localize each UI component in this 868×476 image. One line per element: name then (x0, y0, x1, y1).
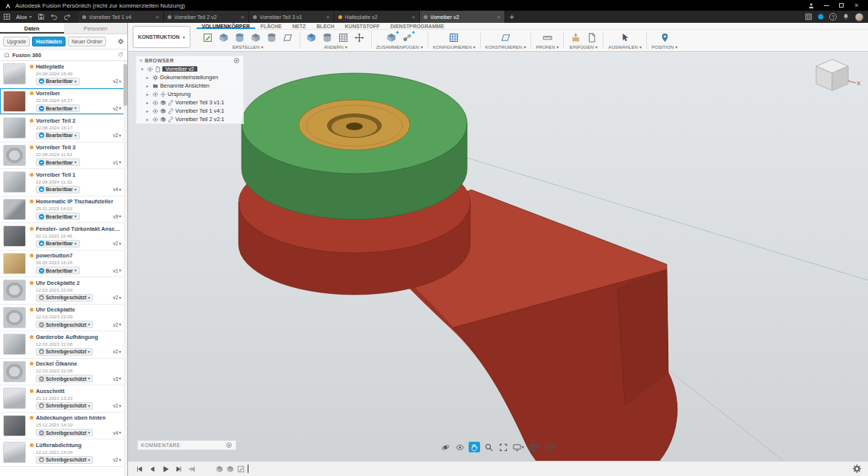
group-label-aendern[interactable]: ÄNDERN▾ (324, 44, 348, 50)
version-dropdown[interactable]: v2 ▾ (113, 241, 121, 246)
expand-icon[interactable]: ▸ (146, 108, 151, 113)
ribbon-tab[interactable]: VOLUMENKÖRPER (197, 23, 255, 29)
project-item[interactable]: Ausschnitt 21.12.2021 13:23 Schreibgesch… (0, 385, 127, 413)
extrude-tool-button[interactable] (249, 31, 263, 44)
access-badge-dropdown[interactable]: Schreibgeschützt ▾ (36, 375, 93, 382)
viewports-button[interactable]: ▾ (544, 442, 557, 452)
project-item[interactable]: Vorreiber Teil 1 22.08.2024 11:32 Bearbe… (0, 169, 127, 196)
timeline-play-button[interactable] (160, 464, 170, 474)
construction-plane-tool-button[interactable] (499, 31, 513, 44)
orbit-tool-button[interactable] (439, 442, 450, 452)
project-item[interactable]: Deckel Ölkanne 12.03.2023 22:08 Schreibg… (0, 359, 127, 386)
version-dropdown[interactable]: v4 ▾ (113, 430, 121, 436)
version-dropdown[interactable]: v1 ▾ (113, 160, 121, 165)
browser-options-icon[interactable] (233, 57, 240, 64)
refresh-icon[interactable] (117, 52, 123, 58)
expand-icon[interactable]: ▸ (146, 91, 151, 97)
extensions-icon[interactable] (805, 13, 812, 21)
tab-daten[interactable]: Daten (0, 23, 64, 34)
expand-icon[interactable]: ▸ (146, 75, 151, 80)
save-icon[interactable] (37, 13, 45, 21)
access-badge-dropdown[interactable]: Bearbeitbar ▾ (36, 158, 80, 166)
joint-tool-button[interactable] (401, 31, 415, 44)
version-dropdown[interactable]: v1 ▾ (113, 268, 121, 273)
timeline-step-forward-button[interactable] (173, 464, 183, 474)
group-label-pruefen[interactable]: PRÜFEN▾ (536, 44, 559, 50)
sweep-tool-button[interactable] (281, 31, 295, 44)
access-badge-dropdown[interactable]: Schreibgeschützt ▾ (36, 294, 93, 302)
document-tab[interactable]: Vorreiber Teil 3 v1 × (249, 11, 335, 23)
look-at-tool-button[interactable] (453, 442, 465, 452)
ribbon-tab[interactable]: NETZ (287, 23, 311, 29)
version-dropdown[interactable]: v3 ▾ (113, 376, 121, 382)
group-label-erstellen[interactable]: ERSTELLEN▾ (232, 44, 264, 50)
group-label-position[interactable]: POSITION▾ (652, 44, 677, 50)
undo-icon[interactable] (50, 13, 58, 21)
document-tab[interactable]: Vorreiber Teil 2 v2 × (164, 11, 249, 23)
access-badge-dropdown[interactable]: Schreibgeschützt ▾ (36, 402, 93, 410)
project-item[interactable]: Homematic IP Tischaufsteller 25.11.2023 … (0, 196, 127, 224)
access-badge-dropdown[interactable]: Bearbeitbar ▾ (36, 267, 80, 274)
cylinder-tool-button[interactable] (233, 31, 247, 44)
version-dropdown[interactable]: v2 ▾ (113, 106, 121, 111)
timeline-skip-end-button[interactable] (186, 464, 196, 474)
expand-icon[interactable]: ▾ (141, 66, 146, 72)
visibility-eye-icon[interactable] (152, 117, 159, 123)
browser-item-teil3[interactable]: ▸ Vorreiber Teil 3 v1:1 (136, 98, 243, 107)
pan-tool-button[interactable] (468, 442, 479, 452)
version-dropdown[interactable]: v2 ▾ (113, 403, 121, 408)
insert-mesh-tool-button[interactable] (585, 31, 598, 44)
version-dropdown[interactable]: v2 ▾ (113, 78, 121, 84)
version-dropdown[interactable]: v2 ▾ (113, 457, 121, 462)
tab-close-icon[interactable]: × (241, 14, 245, 21)
timeline-skip-start-button[interactable] (134, 464, 144, 474)
shell-tool-button[interactable] (337, 31, 351, 44)
document-tab[interactable]: Vorreiber v2 × (420, 11, 505, 23)
access-badge-dropdown[interactable]: Schreibgeschützt ▾ (36, 456, 93, 464)
ribbon-tab[interactable]: BLECH (311, 23, 339, 29)
version-dropdown[interactable]: v2 ▾ (113, 133, 121, 138)
help-icon[interactable]: ? (829, 13, 837, 21)
expand-icon[interactable]: ▸ (146, 117, 151, 122)
configuration-tool-button[interactable] (447, 31, 461, 44)
group-label-konstruieren[interactable]: KONSTRUIEREN▾ (485, 44, 526, 50)
tab-close-icon[interactable]: × (326, 14, 330, 21)
revolve-tool-button[interactable] (265, 31, 279, 44)
access-badge-dropdown[interactable]: Bearbeitbar ▾ (36, 240, 80, 248)
project-item[interactable]: Uhr Deckplatte 12.03.2023 22:09 Schreibg… (0, 305, 127, 332)
timeline-feature-icon[interactable] (216, 465, 223, 473)
group-label-auswaehlen[interactable]: AUSWÄHLEN▾ (608, 44, 642, 50)
viewport-canvas[interactable]: « BROWSER ▾ Vorreiber v2 ▸ Dokumenteinst… (128, 52, 868, 461)
maximize-button[interactable] (834, 1, 848, 10)
group-label-zusammenfuegen[interactable]: ZUSAMMENFÜGEN▾ (376, 44, 423, 50)
access-badge-dropdown[interactable]: Schreibgeschützt ▾ (36, 429, 93, 436)
data-panel-toggle-icon[interactable] (3, 13, 11, 21)
visibility-eye-icon[interactable] (152, 100, 159, 106)
expand-icon[interactable]: ▸ (146, 100, 151, 105)
browser-item-ursprung[interactable]: ▸ Ursprung (136, 90, 243, 98)
file-menu[interactable]: Alox▾ (16, 14, 32, 21)
access-badge-dropdown[interactable]: Bearbeitbar ▾ (36, 104, 80, 112)
visibility-eye-icon[interactable] (152, 91, 159, 97)
settings-gear-icon[interactable] (852, 464, 862, 474)
tab-close-icon[interactable]: × (155, 14, 159, 21)
minimize-button[interactable] (819, 1, 833, 10)
tab-close-icon[interactable]: × (412, 14, 415, 21)
browser-root-item[interactable]: Vorreiber v2 (162, 66, 197, 72)
document-tab[interactable]: Halteplatte v2 × (335, 11, 420, 23)
new-component-tool-button[interactable] (385, 31, 399, 44)
zoom-tool-button[interactable] (482, 442, 494, 452)
grid-settings-button[interactable]: ▾ (527, 442, 540, 452)
measure-tool-button[interactable] (540, 31, 554, 44)
move-tool-button[interactable] (353, 31, 367, 44)
home-icon[interactable] (4, 52, 10, 58)
visibility-eye-icon[interactable] (147, 66, 153, 72)
expand-icon[interactable]: ▸ (146, 83, 151, 88)
project-item[interactable]: Vorreiber 22.08.2024 16:37 Bearbeitbar ▾… (0, 88, 127, 116)
project-item[interactable]: Vorreiber Teil 2 22.08.2024 16:17 Bearbe… (0, 115, 127, 142)
panel-scrollbar[interactable] (123, 61, 127, 476)
ribbon-tab[interactable]: DIENSTPROGRAMME (385, 23, 450, 29)
project-item[interactable]: Lüfterabdichtung 12.12.2021 14:09 Schrei… (0, 439, 127, 467)
browser-item-benannte-ansichten[interactable]: ▸ Benannte Ansichten (136, 81, 243, 90)
version-dropdown[interactable]: v9 ▾ (113, 214, 121, 219)
